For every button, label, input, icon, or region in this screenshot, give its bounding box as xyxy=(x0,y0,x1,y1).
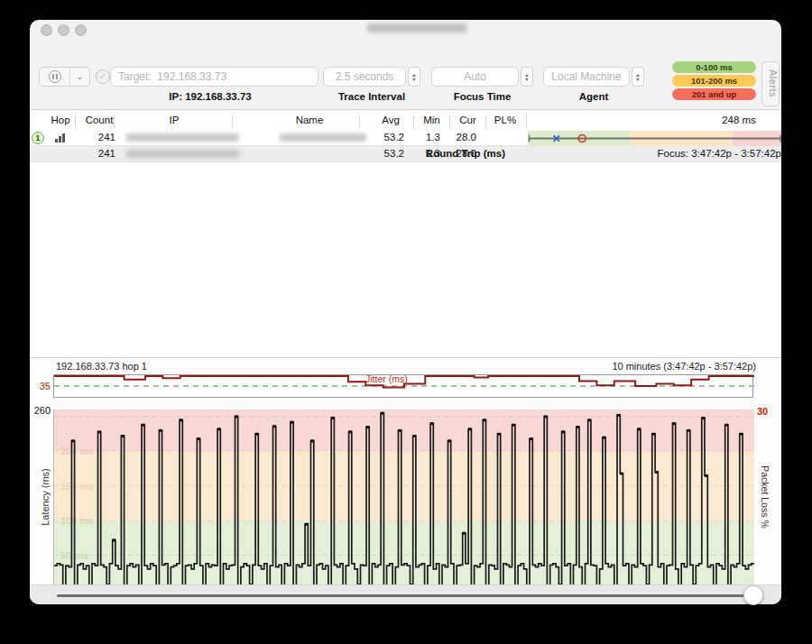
ip-redacted xyxy=(126,133,239,142)
col-avg[interactable]: Avg xyxy=(373,115,409,125)
bar-chart-icon[interactable] xyxy=(55,133,68,143)
target-input[interactable] xyxy=(111,68,318,86)
trace-interval-stepper[interactable]: ▴ ▾ xyxy=(408,67,420,87)
chevron-down-icon: ⌄ xyxy=(76,72,83,81)
agent-label: Agent xyxy=(543,91,644,102)
table-row[interactable]: 1 241 53.2 1.3 28.0 xyxy=(30,130,781,146)
legend-red-badge: 201 and up xyxy=(672,88,756,100)
trace-interval-label: Trace Interval xyxy=(323,91,420,102)
svg-text:100 ms: 100 ms xyxy=(60,515,94,526)
close-window-button[interactable] xyxy=(41,24,52,36)
cur-cell: 28.0 xyxy=(445,132,476,143)
svg-text:150 ms: 150 ms xyxy=(60,481,94,492)
legend-green-badge: 0-100 ms xyxy=(672,61,756,73)
focus-time-value[interactable]: Auto xyxy=(431,67,519,87)
screenshot-root: { "toolbar": { "target_placeholder": "Ta… xyxy=(0,0,812,644)
target-field-wrap xyxy=(110,67,318,87)
summary-row[interactable]: 241 Round Trip (ms) 53.2 1.3 28.0 Focus:… xyxy=(30,146,781,162)
col-name[interactable]: Name xyxy=(246,115,373,125)
col-hop[interactable]: Hop xyxy=(42,115,78,125)
packet-loss-max-label: 30 xyxy=(757,406,768,417)
focus-time-stepper[interactable]: ▴ ▾ xyxy=(521,67,533,87)
title-bar xyxy=(30,20,781,40)
latency-range-minigraph xyxy=(528,131,781,146)
chart-title: 192.168.33.73 hop 1 xyxy=(56,361,147,372)
hop-number-badge: 1 xyxy=(32,132,44,144)
pause-icon xyxy=(49,70,61,83)
table-header: Hop Count IP Name Avg Min Cur PL% 248 ms xyxy=(30,113,781,131)
ip-redacted xyxy=(126,150,239,158)
packet-loss-axis-label: Packet Loss % xyxy=(760,456,770,538)
svg-text:200 ms: 200 ms xyxy=(60,446,94,456)
scale-max-label: 248 ms xyxy=(697,115,780,125)
agent-value[interactable]: Local Machine xyxy=(543,67,630,87)
latency-graph: 200 ms150 ms100 ms50 ms xyxy=(54,409,754,601)
min-cell: 1.3 xyxy=(409,132,440,143)
pause-menu-button[interactable]: ⌄ xyxy=(69,68,89,86)
cur-cell: 28.0 xyxy=(445,148,476,159)
scroll-track[interactable] xyxy=(57,594,762,597)
stepper-down-icon: ▾ xyxy=(636,77,639,81)
timeline-scrollbar-area xyxy=(30,584,781,604)
minimize-window-button[interactable] xyxy=(58,24,69,36)
stepper-down-icon: ▾ xyxy=(412,77,415,81)
col-pl[interactable]: PL% xyxy=(488,115,522,125)
count-cell: 241 xyxy=(79,132,115,143)
resolved-ip-label: IP: 192.168.33.73 xyxy=(138,91,282,102)
agent-stepper[interactable]: ▴ ▾ xyxy=(632,67,644,87)
stepper-down-icon: ▾ xyxy=(525,77,528,81)
latency-axis-label: Latency (ms) xyxy=(40,456,51,538)
y-max-label: 260 xyxy=(31,405,51,416)
col-min[interactable]: Min xyxy=(416,115,448,125)
zoom-window-button[interactable] xyxy=(75,24,87,36)
chart-timespan-label: 10 minutes (3:47:42p - 3:57:42p) xyxy=(481,361,756,372)
col-ip[interactable]: IP xyxy=(120,115,228,125)
latency-plot[interactable]: 200 ms150 ms100 ms50 ms xyxy=(53,409,754,601)
name-redacted xyxy=(280,133,366,142)
focus-time-label: Focus Time xyxy=(431,91,533,102)
jitter-panel[interactable]: Jitter (ms) xyxy=(53,374,753,398)
jitter-threshold-label: 35 xyxy=(31,381,51,391)
confirm-target-icon[interactable]: ✓ xyxy=(96,69,110,84)
trace-control-group: ⌄ xyxy=(39,67,90,87)
col-cur[interactable]: Cur xyxy=(452,115,484,125)
min-cell: 1.3 xyxy=(409,148,440,159)
timeline-chart-section: 192.168.33.73 hop 1 10 minutes (3:47:42p… xyxy=(30,357,781,584)
trace-table: Hop Count IP Name Avg Min Cur PL% 248 ms… xyxy=(30,110,781,357)
app-window: ⌄ ✓ IP: 192.168.33.73 2.5 seconds ▴ ▾ Tr… xyxy=(30,20,781,604)
focus-range-label: Focus: 3:47:42p - 3:57:42p xyxy=(571,148,781,159)
pause-button[interactable] xyxy=(40,68,69,86)
avg-cell: 53.2 xyxy=(364,132,404,143)
avg-cell: 53.2 xyxy=(364,148,404,159)
window-title-redacted xyxy=(367,23,466,32)
toolbar: ⌄ ✓ IP: 192.168.33.73 2.5 seconds ▴ ▾ Tr… xyxy=(30,40,781,110)
legend-yellow-badge: 101-200 ms xyxy=(672,75,756,87)
alerts-tab[interactable]: Alerts xyxy=(761,61,780,106)
trace-interval-value[interactable]: 2.5 seconds xyxy=(323,67,406,87)
count-cell: 241 xyxy=(79,148,115,159)
scroll-thumb[interactable] xyxy=(743,585,763,605)
jitter-series-label: Jitter (ms) xyxy=(365,373,408,384)
